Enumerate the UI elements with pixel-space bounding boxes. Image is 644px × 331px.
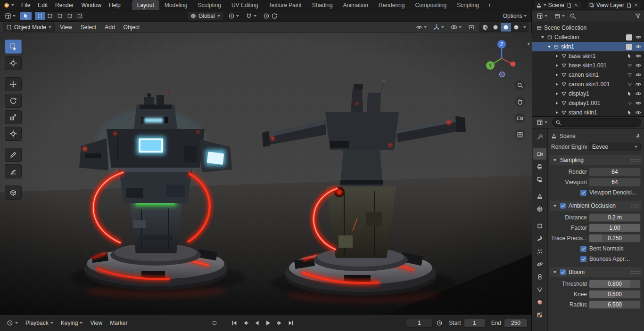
proportional-editing-toggle[interactable]	[261, 12, 280, 20]
viewport-denoising-checkbox[interactable]	[580, 190, 586, 196]
hide-eye-icon[interactable]	[635, 34, 642, 40]
tab-particles[interactable]	[533, 245, 546, 257]
tab-sculpting[interactable]: Sculpting	[193, 0, 226, 10]
section-sampling[interactable]: Sampling	[550, 155, 642, 165]
samples-viewport-field[interactable]: 64	[589, 178, 641, 186]
disclosure-open-icon[interactable]	[547, 44, 552, 49]
outliner-row-base-skin1-001[interactable]: base skin1.001	[532, 61, 644, 70]
hide-eye-icon[interactable]	[635, 90, 642, 97]
playback-menu[interactable]: Playback	[23, 320, 56, 326]
frame-start-field[interactable]: 1	[464, 319, 486, 328]
snapping-toggle[interactable]	[244, 12, 258, 20]
select-mode-set[interactable]	[35, 12, 45, 20]
xray-toggle[interactable]	[466, 23, 477, 32]
frame-end-field[interactable]: 250	[504, 319, 528, 328]
outliner-row-scene-collection[interactable]: Scene Collection	[532, 23, 644, 32]
prev-keyframe-button[interactable]	[241, 319, 250, 327]
outliner-editor-type-button[interactable]	[535, 12, 549, 20]
ao-distance-field[interactable]: 0.2 m	[589, 213, 641, 222]
mode-dropdown[interactable]: Object Mode	[3, 23, 55, 32]
hide-eye-icon[interactable]	[635, 53, 642, 59]
shading-wireframe-button[interactable]	[480, 23, 490, 32]
ao-enable-checkbox[interactable]	[560, 203, 566, 209]
new-view-layer-icon[interactable]	[626, 2, 632, 8]
tab-modeling[interactable]: Modeling	[159, 0, 193, 10]
play-button[interactable]	[264, 319, 273, 327]
select-mode-subtract[interactable]	[55, 12, 65, 20]
scene-selector[interactable]: Scene	[533, 1, 581, 9]
bent-normals-checkbox[interactable]	[580, 246, 586, 252]
disclosure-closed-icon[interactable]	[554, 110, 559, 115]
new-scene-icon[interactable]	[566, 2, 572, 8]
drag-grip[interactable]	[631, 204, 639, 208]
tab-shading[interactable]: Shading	[307, 0, 338, 10]
menu-window[interactable]: Window	[77, 0, 105, 10]
tab-scene[interactable]	[533, 190, 546, 202]
disclosure-closed-icon[interactable]	[554, 101, 559, 105]
tab-material[interactable]	[533, 296, 546, 308]
jump-to-start-button[interactable]	[230, 319, 239, 327]
filter-icon[interactable]	[635, 13, 641, 19]
tab-world[interactable]	[533, 203, 546, 215]
add-workspace-button[interactable]: +	[484, 0, 495, 10]
viewport-menu-select[interactable]: Select	[77, 24, 99, 31]
unlink-scene-icon[interactable]	[574, 3, 578, 8]
bounces-approx-checkbox[interactable]	[580, 256, 586, 262]
section-ambient-occlusion[interactable]: Ambient Occlusion	[550, 201, 642, 211]
outliner-row-display1[interactable]: display1	[532, 89, 644, 98]
menu-help[interactable]: Help	[105, 0, 124, 10]
object-visibility-dropdown[interactable]	[414, 23, 429, 32]
hide-eye-icon[interactable]	[635, 100, 642, 106]
drag-grip[interactable]	[631, 270, 639, 274]
pan-button[interactable]	[515, 97, 525, 107]
viewport-menu-add[interactable]: Add	[101, 24, 118, 31]
tab-object-data[interactable]	[533, 283, 546, 295]
orientation-dropdown[interactable]: Global	[187, 11, 223, 20]
properties-editor-type-button[interactable]	[535, 118, 549, 127]
tab-constraints[interactable]	[533, 271, 546, 283]
outliner-row-canon-skin1[interactable]: canon skin1	[532, 70, 644, 80]
disclosure-open-icon[interactable]	[540, 35, 545, 40]
hide-eye-icon[interactable]	[635, 62, 642, 69]
outliner-row-canon-skin1-001[interactable]: canon skin1.001	[532, 80, 644, 89]
tab-physics[interactable]	[533, 258, 546, 270]
tool-scale[interactable]	[5, 110, 22, 124]
outliner-row-display1-001[interactable]: display1.001	[532, 98, 644, 108]
current-frame-field[interactable]: 1	[405, 319, 433, 328]
tab-output[interactable]	[533, 161, 546, 172]
render-engine-dropdown[interactable]: Eevee	[589, 143, 641, 151]
tab-compositing[interactable]: Compositing	[410, 0, 452, 10]
samples-render-field[interactable]: 64	[589, 168, 641, 176]
viewport-menu-view[interactable]: View	[57, 24, 75, 31]
disclosure-closed-icon[interactable]	[554, 54, 559, 58]
tool-move[interactable]	[5, 77, 22, 91]
menu-render[interactable]: Render	[51, 0, 77, 10]
tab-tool[interactable]	[533, 131, 546, 143]
ao-trace-precision-slider[interactable]: 0.250	[589, 234, 641, 242]
gizmos-dropdown[interactable]	[431, 23, 446, 32]
tab-render[interactable]	[533, 148, 546, 160]
menu-file[interactable]: File	[17, 0, 34, 10]
tab-texture-paint[interactable]: Texture Paint	[264, 0, 307, 10]
collection-checkbox[interactable]	[626, 44, 632, 50]
disclosure-closed-icon[interactable]	[554, 91, 559, 96]
tab-modifiers[interactable]	[533, 233, 546, 244]
bloom-enable-checkbox[interactable]	[560, 269, 566, 275]
select-mode-intersect[interactable]	[74, 12, 84, 20]
tab-layout[interactable]: Layout	[132, 0, 159, 10]
outliner-row-collection[interactable]: Collection	[532, 32, 644, 42]
blender-menu-button[interactable]	[0, 0, 17, 10]
editor-type-button[interactable]	[3, 12, 17, 20]
jump-to-end-button[interactable]	[286, 319, 296, 327]
sidebar-expand-button[interactable]	[526, 41, 531, 46]
menu-edit[interactable]: Edit	[34, 0, 51, 10]
outliner-row-skin1[interactable]: skin1	[532, 42, 644, 51]
remove-view-layer-icon[interactable]	[634, 3, 638, 8]
outliner-display-mode-dropdown[interactable]	[552, 12, 567, 20]
tool-cursor[interactable]	[5, 56, 22, 70]
shading-material-button[interactable]	[501, 23, 511, 32]
auto-keying-button[interactable]	[210, 319, 219, 327]
selectable-cursor-icon[interactable]	[627, 53, 632, 59]
camera-view-button[interactable]	[515, 113, 525, 123]
zoom-button[interactable]	[515, 80, 525, 90]
